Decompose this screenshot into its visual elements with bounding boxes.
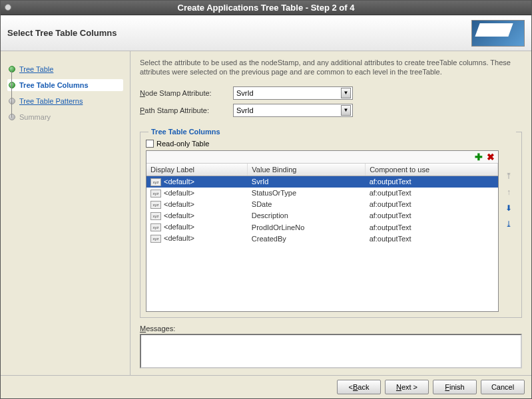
columns-toolbar: ✚ ✖ <box>146 151 498 164</box>
messages-textarea[interactable] <box>140 334 522 368</box>
step-label: Summary <box>19 113 51 121</box>
path-stamp-select[interactable]: SvrId ▼ <box>233 104 353 117</box>
node-stamp-value: SvrId <box>236 89 254 97</box>
node-stamp-row: Node Stamp Attribute: SvrId ▼ <box>140 86 522 100</box>
add-column-button[interactable]: ✚ <box>474 152 483 162</box>
next-button[interactable]: Next > <box>385 380 429 394</box>
cell-display-label[interactable]: xyz<default> <box>146 176 248 188</box>
readonly-checkbox[interactable] <box>146 140 154 148</box>
cell-value-binding[interactable]: CreatedBy <box>248 233 366 244</box>
cell-value-binding[interactable]: ProdIdOrLineNo <box>248 221 366 233</box>
wizard-header: Select Tree Table Columns <box>1 15 531 51</box>
cell-display-label[interactable]: xyz<default> <box>146 199 248 210</box>
table-row[interactable]: xyz<default>SDateaf:outputText <box>146 199 498 210</box>
step-tree-table-columns[interactable]: Tree Table Columns <box>7 79 123 91</box>
node-stamp-label: Node Stamp Attribute: <box>140 89 233 97</box>
reorder-buttons: ⤒ ↑ ⬇ ⤓ <box>501 150 516 312</box>
table-row[interactable]: xyz<default>CreatedByaf:outputText <box>146 233 498 244</box>
text-type-icon: xyz <box>150 201 161 209</box>
remove-column-button[interactable]: ✖ <box>486 152 495 162</box>
text-type-icon: xyz <box>150 212 161 220</box>
cell-component[interactable]: af:outputText <box>366 188 498 199</box>
wizard-footer: < Back Next > Finish Cancel <box>1 375 531 398</box>
table-row[interactable]: xyz<default>ProdIdOrLineNoaf:outputText <box>146 221 498 233</box>
col-value-binding[interactable]: Value Binding <box>248 164 366 176</box>
step-tree-table[interactable]: Tree Table <box>7 63 123 75</box>
col-display-label[interactable]: Display Label <box>146 164 248 176</box>
cell-display-label[interactable]: xyz<default> <box>146 233 248 244</box>
wizard-main: Select the attribute to be used as the n… <box>131 51 531 375</box>
cell-component[interactable]: af:outputText <box>366 199 498 210</box>
move-up-button[interactable]: ↑ <box>503 186 515 198</box>
path-stamp-row: Path Stamp Attribute: SvrId ▼ <box>140 104 522 117</box>
window-title: Create Applications Tree Table - Step 2 … <box>178 3 355 13</box>
columns-table-area: ✚ ✖ Display Label Value Binding Componen… <box>146 150 516 312</box>
cell-value-binding[interactable]: StatusOrType <box>248 188 366 199</box>
cell-value-binding[interactable]: SDate <box>248 199 366 210</box>
cell-value-binding[interactable]: SvrId <box>248 176 366 188</box>
window-menu-icon[interactable] <box>5 4 11 11</box>
path-stamp-label: Path Stamp Attribute: <box>140 106 233 114</box>
columns-table[interactable]: Display Label Value Binding Component to… <box>146 164 498 245</box>
cell-display-label[interactable]: xyz<default> <box>146 188 248 199</box>
path-stamp-value: SvrId <box>236 106 254 114</box>
page-title: Select Tree Table Columns <box>7 28 117 38</box>
step-connector-line <box>11 71 12 118</box>
cell-component[interactable]: af:outputText <box>366 221 498 233</box>
table-header-row: Display Label Value Binding Component to… <box>146 164 498 176</box>
step-completed-icon <box>9 66 15 72</box>
back-button[interactable]: < Back <box>337 380 381 394</box>
move-bottom-button[interactable]: ⤓ <box>503 218 515 230</box>
finish-button[interactable]: Finish <box>433 380 477 394</box>
readonly-label: Read-only Table <box>156 140 209 148</box>
step-current-icon <box>9 82 15 88</box>
step-label: Tree Table Patterns <box>19 97 83 105</box>
node-stamp-select[interactable]: SvrId ▼ <box>233 86 353 100</box>
columns-table-wrap: ✚ ✖ Display Label Value Binding Componen… <box>146 150 499 312</box>
header-graphic-icon <box>471 20 525 47</box>
cell-value-binding[interactable]: Description <box>248 210 366 221</box>
cell-component[interactable]: af:outputText <box>366 210 498 221</box>
readonly-checkbox-row[interactable]: Read-only Table <box>146 140 516 148</box>
wizard-window: Create Applications Tree Table - Step 2 … <box>0 0 532 399</box>
text-type-icon: xyz <box>150 190 161 198</box>
step-label: Tree Table <box>19 65 53 73</box>
step-label: Tree Table Columns <box>19 81 89 89</box>
table-row[interactable]: xyz<default>SvrIdaf:outputText <box>146 176 498 188</box>
wizard-steps-sidebar: Tree Table Tree Table Columns Tree Table… <box>1 51 131 375</box>
move-down-button[interactable]: ⬇ <box>503 202 515 214</box>
table-row[interactable]: xyz<default>StatusOrTypeaf:outputText <box>146 188 498 199</box>
chevron-down-icon: ▼ <box>341 105 351 116</box>
fieldset-title: Tree Table Columns <box>148 128 516 136</box>
step-tree-table-patterns[interactable]: Tree Table Patterns <box>7 95 123 107</box>
col-component[interactable]: Component to use <box>366 164 498 176</box>
tree-table-columns-fieldset: Tree Table Columns Read-only Table ✚ ✖ <box>140 132 522 318</box>
cell-component[interactable]: af:outputText <box>366 176 498 188</box>
text-type-icon: xyz <box>150 223 161 231</box>
cell-display-label[interactable]: xyz<default> <box>146 210 248 221</box>
cell-display-label[interactable]: xyz<default> <box>146 221 248 233</box>
cancel-button[interactable]: Cancel <box>481 380 525 394</box>
titlebar[interactable]: Create Applications Tree Table - Step 2 … <box>1 1 531 15</box>
step-pending-icon <box>9 114 15 120</box>
chevron-down-icon: ▼ <box>341 88 351 98</box>
move-top-button[interactable]: ⤒ <box>503 170 515 182</box>
intro-text: Select the attribute to be used as the n… <box>140 58 522 77</box>
text-type-icon: xyz <box>150 178 161 186</box>
step-pending-icon <box>9 98 15 104</box>
messages-label: Messages: <box>140 325 522 332</box>
cell-component[interactable]: af:outputText <box>366 233 498 244</box>
table-row[interactable]: xyz<default>Descriptionaf:outputText <box>146 210 498 221</box>
wizard-body: Tree Table Tree Table Columns Tree Table… <box>1 51 531 375</box>
text-type-icon: xyz <box>150 235 161 243</box>
step-summary: Summary <box>7 111 123 123</box>
